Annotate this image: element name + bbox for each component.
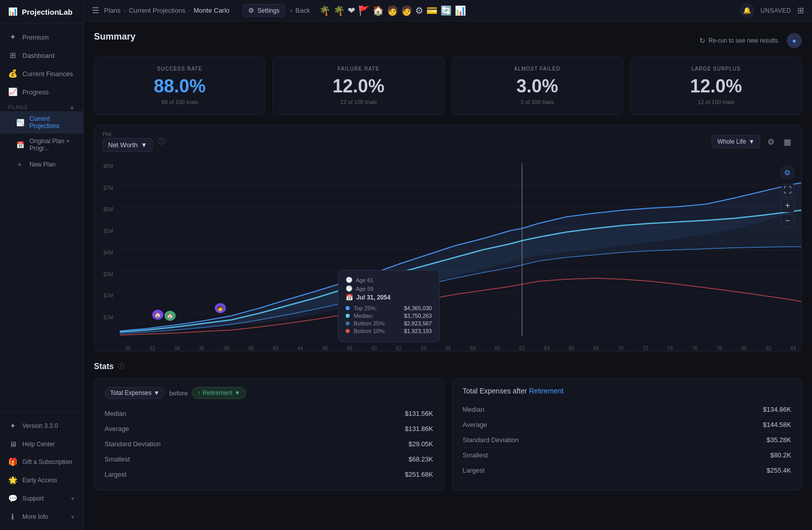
event-icon-2[interactable]: 🌴 [333,5,345,16]
calendar-icon: 📅 [16,141,24,149]
x-label-72: 72 [642,346,648,351]
event-icon-4[interactable]: 🚩 [358,5,369,16]
sidebar-label-progress: Progress [22,88,49,96]
plans-section-header[interactable]: Plans ▲ [0,101,83,111]
x-label-80: 80 [741,346,747,351]
stats-right-row-median: Median $134.86K [463,402,792,417]
stats-value-median: $131.56K [405,410,433,417]
sidebar-item-early-access[interactable]: 🌟 Early Access [0,471,83,489]
chart-svg: 🏠 🏠 🧑 [120,163,801,336]
event-icon-11[interactable]: 📊 [455,5,466,16]
sidebar-label-original-plan: Original Plan + Progr... [29,138,75,152]
x-label-56: 56 [446,346,451,351]
stats-label-median: Median [105,410,126,417]
event-icon-6[interactable]: 🧑 [387,5,398,16]
event-icon-10[interactable]: 🔄 [441,5,452,16]
sidebar-item-original-plan[interactable]: 📅 Original Plan + Progr... [0,134,83,156]
sidebar-label-help: Help Center [22,441,55,448]
chart-plot-value: Net Worth [108,141,138,149]
card-failure-rate: FAILURE RATE 12.0% 12 of 100 trials [273,56,444,115]
notification-icon[interactable]: 🔔 [740,4,754,18]
chart-settings-button[interactable]: ⚙ [780,165,794,180]
stats-info-icon[interactable]: ⓘ [118,362,124,371]
card-failure-sublabel: 12 of 100 trials [283,99,433,105]
plans-label: Plans [8,104,28,110]
stats-right-label-std-dev: Standard Deviation [463,436,519,444]
card-almost-value: 3.0% [462,76,613,97]
chart-zoom-in-button[interactable]: + [781,199,794,212]
sidebar-item-support[interactable]: 💬 Support ▼ [0,489,83,508]
sidebar-item-dashboard[interactable]: ⊞ Dashboard [0,46,83,64]
stats-section: Stats ⓘ Total Expenses ▼ before ↑ Retire… [94,362,802,490]
sidebar-item-current-projections[interactable]: 📉 Current Projections [0,111,83,134]
avatar[interactable]: ● [787,33,802,48]
event-icon-1[interactable]: 🌴 [319,5,330,16]
menu-icon[interactable]: ☰ [92,6,99,15]
card-failure-value: 12.0% [283,76,433,97]
card-success-label: SUCCESS RATE [105,66,255,72]
clock-icon2: 🕐 [346,285,353,292]
event-icon-7[interactable]: 🧑 [401,5,412,16]
settings-button[interactable]: ⚙ Settings [243,4,285,17]
settings-label: Settings [257,7,279,14]
chart-zoom-out-button[interactable]: − [781,214,794,227]
sidebar-label-dashboard: Dashboard [22,52,55,59]
stats-right-label-median: Median [463,406,485,413]
event-icon-8[interactable]: ⚙ [415,5,423,16]
stats-expenses-dropdown[interactable]: Total Expenses ▼ [105,387,165,399]
stats-right-label-average: Average [463,421,487,428]
chart-table-icon[interactable]: ▦ [782,135,793,149]
calendar-icon2: 📅 [346,294,353,301]
stats-right-table: Median $134.86K Average $144.58K Standar… [463,402,792,478]
stats-right-row-smallest: Smallest $80.2K [463,448,792,463]
sidebar-item-gift-subscription[interactable]: 🎁 Gift a Subscription [0,453,83,471]
event-icon-9[interactable]: 💳 [426,5,437,16]
stats-expenses-label: Total Expenses [110,389,151,396]
breadcrumb-plans[interactable]: Plans [104,7,121,14]
sidebar-item-version[interactable]: ✦ Version 3.3.0 [0,417,83,435]
tooltip-label-median: Median: [354,313,400,319]
rerun-button[interactable]: ↻ Re-run to see new results. [699,37,780,45]
topbar-menu2-icon[interactable]: ⊞ [797,6,804,15]
x-label-64: 64 [544,346,550,351]
early-icon: 🌟 [8,476,17,485]
back-button[interactable]: ‹ Back [290,7,310,14]
whole-life-button[interactable]: Whole Life ▼ [712,135,760,148]
whole-life-label: Whole Life [717,138,746,145]
chevron-up-icon: ▲ [70,104,75,110]
x-label-70: 70 [618,346,624,351]
y-label-7m: $7M [94,185,113,191]
stats-value-largest: $251.68K [405,471,433,478]
sidebar-item-current-finances[interactable]: 💰 Current Finances [0,64,83,83]
sidebar-label-early-access: Early Access [22,477,57,484]
sidebar-item-help-center[interactable]: 🖥 Help Center [0,435,83,453]
chart-filter-icon[interactable]: ⚙ [765,135,776,149]
sidebar-item-premium[interactable]: ✦ Premium [0,28,83,46]
sidebar-label-new-plan: New Plan [29,161,55,168]
stats-row-median: Median $131.56K [105,406,433,421]
card-almost-failed: ALMOST FAILED 3.0% 3 of 100 trials [452,56,623,115]
sidebar-item-more-info[interactable]: ℹ More Info ▼ [0,508,83,526]
clock-icon: 🕐 [346,277,353,283]
sidebar-item-progress[interactable]: 📈 Progress [0,83,83,101]
stats-left-table: Median $131.56K Average $131.86K Standar… [105,406,433,482]
stats-row-largest: Largest $251.68K [105,467,433,482]
sidebar-item-new-plan[interactable]: ＋ New Plan [0,156,83,173]
event-icon-5[interactable]: 🏠 [373,5,384,16]
x-label-68: 68 [593,346,599,351]
main-area: ☰ Plans › Current Projections › Monte Ca… [84,0,812,530]
card-failure-label: FAILURE RATE [283,66,433,72]
sidebar: 📊 ProjectionLab ✦ Premium ⊞ Dashboard 💰 … [0,0,84,530]
y-label-3m: $3M [94,272,113,277]
chevron-right-icon2: ▼ [70,514,75,520]
tooltip-row-bottom10: Bottom 10%: $1,923,193 [346,328,432,334]
breadcrumb-current-projections[interactable]: Current Projections [129,7,185,14]
stats-row-std-dev: Standard Deviation $29.05K [105,437,433,452]
chart-plot-dropdown[interactable]: Net Worth ▼ [103,138,153,152]
app-logo: 📊 ProjectionLab [0,0,83,24]
event-icon-3[interactable]: ❤ [348,5,355,16]
chart-plot-controls: Plot Net Worth ▼ [103,131,153,152]
chart-fullscreen-button[interactable]: ⛶ [781,184,794,197]
chart-info-icon[interactable]: ⓘ [158,137,165,146]
stats-retirement-dropdown[interactable]: ↑ Retirement ▼ [192,387,246,399]
